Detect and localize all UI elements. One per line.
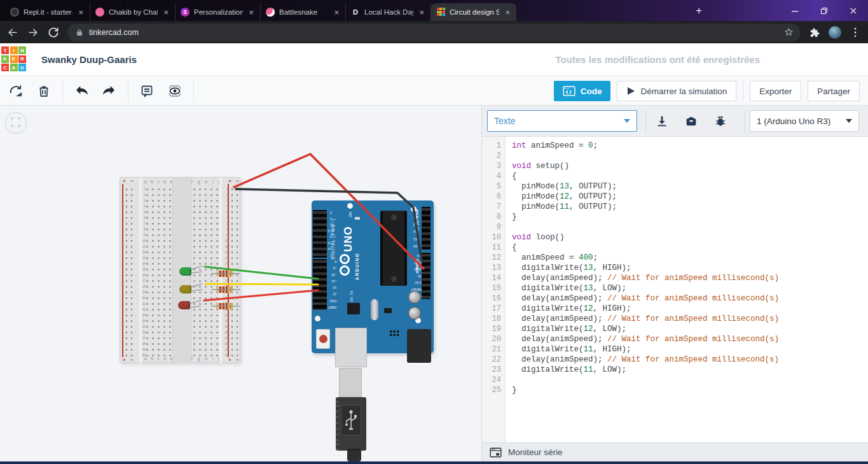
row-number: 21 <box>138 301 146 307</box>
code-button-label: Code <box>581 87 602 96</box>
code-text: digitalWrite(11, HIGH); <box>506 344 631 355</box>
restore-button[interactable] <box>809 0 839 21</box>
window-controls <box>780 0 868 21</box>
line-number: 14 <box>482 273 506 283</box>
code-editor[interactable]: 1int animSpeed = 0;23void setup()4{5 pin… <box>482 137 868 442</box>
usb-cable-connector[interactable] <box>336 397 366 451</box>
circuit-canvas[interactable]: 1234567891011121314151617181920212223242… <box>0 106 482 461</box>
yellow-led[interactable] <box>179 285 191 293</box>
reset-button[interactable] <box>316 329 330 349</box>
code-text: void loop() <box>506 232 565 243</box>
code-text <box>506 375 512 385</box>
debug-button[interactable] <box>711 111 730 130</box>
line-number: 21 <box>482 344 506 355</box>
line-number: 10 <box>482 232 506 243</box>
back-icon[interactable] <box>6 26 19 39</box>
tab-close-icon[interactable]: × <box>333 8 340 17</box>
rail-minus-label: − <box>236 357 239 363</box>
resistor[interactable] <box>216 286 233 293</box>
code-button[interactable]: Code <box>554 81 611 101</box>
tab-close-icon[interactable]: × <box>504 8 511 17</box>
code-line: 25} <box>482 385 868 395</box>
row-number: 4 <box>221 204 228 209</box>
digital-header-0-7[interactable] <box>313 210 327 258</box>
column-letter: e <box>170 356 172 361</box>
code-text: digitalWrite(11, LOW); <box>506 365 626 375</box>
code-mode-select[interactable]: Texte <box>487 110 637 132</box>
analog-header[interactable] <box>422 207 431 250</box>
address-input[interactable]: tinkercad.com <box>67 24 801 41</box>
code-text: delay(animSpeed); // Wait for animSpeed … <box>506 314 779 324</box>
tab-close-icon[interactable]: × <box>418 8 425 17</box>
column-letter: b <box>151 179 153 184</box>
code-text: pinMode(13, OUTPUT); <box>506 181 617 192</box>
digital-header-8-aref[interactable] <box>313 259 327 310</box>
code-line: 2 <box>482 151 868 161</box>
tab-close-icon[interactable]: × <box>77 8 85 17</box>
resistor[interactable] <box>216 271 233 277</box>
export-button[interactable]: Exporter <box>750 81 801 101</box>
on-led <box>355 217 360 220</box>
notes-button[interactable] <box>137 81 156 101</box>
row-number: 6 <box>221 215 228 221</box>
row-number: 26 <box>221 330 228 335</box>
tab-close-icon[interactable]: × <box>247 8 255 17</box>
undo-button[interactable] <box>72 81 91 101</box>
code-line: 19 digitalWrite(12, LOW); <box>482 324 868 334</box>
extensions-puzzle-icon[interactable] <box>808 26 821 39</box>
download-code-button[interactable] <box>652 111 672 130</box>
browser-tab[interactable]: DLocal Hack Day: Build D× <box>346 3 431 21</box>
line-number: 1 <box>482 141 506 151</box>
share-button[interactable]: Partager <box>808 81 860 101</box>
usb-cable[interactable] <box>347 451 361 461</box>
row-number: 1 <box>221 186 228 192</box>
delete-button[interactable] <box>34 81 53 101</box>
browser-profile-avatar[interactable] <box>829 26 841 39</box>
forward-icon[interactable] <box>27 26 39 39</box>
rotate-button[interactable] <box>6 81 25 101</box>
arduino-uno[interactable]: 012~34~5~67 8~9~10~111213GNDAREF A5A4A3A… <box>312 200 434 353</box>
crystal-oscillator <box>371 299 378 320</box>
row-number: 4 <box>138 204 146 209</box>
green-led[interactable] <box>179 267 191 276</box>
start-simulation-button[interactable]: Démarrer la simulation <box>617 81 736 101</box>
new-tab-button[interactable]: + <box>691 3 707 19</box>
reload-icon[interactable] <box>47 26 60 39</box>
column-letter: e <box>170 179 172 184</box>
terminal-holes-right[interactable] <box>191 186 220 358</box>
browser-tab[interactable]: Circuit design Swanky D× <box>431 3 516 21</box>
close-window-button[interactable] <box>839 0 868 21</box>
terminal-holes-left[interactable] <box>144 186 173 358</box>
redo-button[interactable] <box>100 81 119 101</box>
zoom-to-fit-button[interactable] <box>5 112 27 134</box>
serial-monitor-bar[interactable]: Moniteur série <box>482 442 868 461</box>
line-number: 8 <box>482 212 506 222</box>
browser-tab[interactable]: Chakib by Chakib-Boud× <box>90 3 176 21</box>
tinkercad-logo[interactable]: TINKERCAD <box>1 46 26 71</box>
line-number: 19 <box>482 324 506 334</box>
browser-tab[interactable]: SPersonalization Referen× <box>176 3 261 21</box>
share-button-label: Partager <box>817 87 850 96</box>
row-number: 3 <box>138 198 146 204</box>
power-header[interactable] <box>422 253 431 299</box>
design-title[interactable]: Swanky Duup-Gaaris <box>41 43 137 76</box>
minimize-button[interactable] <box>780 0 809 21</box>
row-number: 2 <box>138 192 146 198</box>
resistor[interactable] <box>216 303 233 309</box>
browser-menu-icon[interactable] <box>849 26 862 39</box>
browser-tab[interactable]: Battlesnake× <box>261 3 346 21</box>
code-line: 8} <box>482 212 868 222</box>
pin-label: AREF <box>328 306 336 309</box>
usb-b-plug[interactable] <box>339 368 362 397</box>
board-select[interactable]: 1 (Arduino Uno R3) <box>750 110 859 132</box>
toggle-visibility-button[interactable] <box>165 81 184 101</box>
url-text: tinkercad.com <box>89 28 139 37</box>
tab-close-icon[interactable]: × <box>162 8 170 17</box>
row-number: 18 <box>138 284 146 290</box>
bookmark-star-icon[interactable] <box>783 27 794 38</box>
rail-holes[interactable] <box>124 186 134 358</box>
library-button[interactable] <box>682 111 701 130</box>
line-number: 2 <box>482 151 506 161</box>
browser-tab[interactable]: Repl.it - starter-snake-p× <box>5 3 90 21</box>
red-led[interactable] <box>178 301 190 309</box>
